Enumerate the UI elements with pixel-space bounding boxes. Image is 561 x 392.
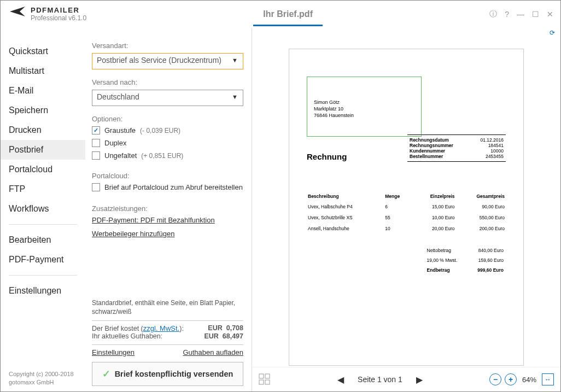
zzgl-mwst-link[interactable]: zzgl. MwSt. [143,324,179,332]
invoice-table: Beschreibung Menge Einzelpreis Gesamtpre… [307,191,506,234]
page-indicator: Seite 1 von 1 [358,375,402,384]
svg-rect-1 [265,374,270,378]
sidebar-item-workflows[interactable]: Workflows [1,199,85,219]
next-page-button[interactable]: ▶ [416,375,423,385]
address-box: Simon Götz Marktplatz 10 76846 Hauenstei… [307,77,422,137]
copyright: Copyright (c) 2000-2018 gotomaxx GmbH [1,365,85,391]
ungefaltet-label: Ungefaltet [104,151,137,160]
sidebar-item-e-mail[interactable]: E-Mail [1,81,85,101]
sidebar-item-bearbeiten[interactable]: Bearbeiten [1,230,85,250]
preview-footer: ◀ Seite 1 von 1 ▶ − + 64% ↔ [252,367,560,391]
versandart-label: Versandart: [92,42,243,50]
titlebar: PDFMAILER Professional v6.1.0 Ihr Brief.… [1,1,560,28]
send-button[interactable]: ✓ Brief kostenpflichtig versenden [92,362,243,386]
sidebar-item-quickstart[interactable]: Quickstart [1,42,85,61]
prev-page-button[interactable]: ◀ [337,375,344,385]
portalcloud-checkbox[interactable] [92,183,100,191]
app-version: Professional v6.1.0 [31,14,86,22]
versandart-select[interactable]: Postbrief als Service (Druckzentrum) [92,53,243,69]
graustufe-checkbox[interactable] [92,126,100,134]
refresh-icon[interactable]: ⟳ [550,29,555,37]
invoice-info-box: Rechnungsdatum01.12.2016Rechnungsnummer1… [407,134,506,162]
sidebar-item-pdf-payment[interactable]: PDF-Payment [1,250,85,270]
settings-panel: Versandart: Postbrief als Service (Druck… [85,28,252,391]
sidebar-item-ftp[interactable]: FTP [1,179,85,199]
topup-link[interactable]: Guthaben aufladen [183,348,243,356]
summary-text: Standardbrief, enthält eine Seite, ein B… [92,299,243,316]
window-controls: ⓘ ? — ☐ ✕ [489,9,558,19]
pdf-payment-link[interactable]: PDF-Payment: PDF mit Bezahlfunktion [92,216,215,224]
zoom-controls: − + 64% ↔ [489,373,554,385]
sidebar-item-drucken[interactable]: Drucken [1,120,85,140]
optionen-label: Optionen: [92,115,243,123]
svg-rect-2 [259,380,264,384]
fit-width-button[interactable]: ↔ [542,373,554,385]
zoom-out-button[interactable]: − [489,373,501,385]
pager: ◀ Seite 1 von 1 ▶ [276,375,484,385]
sidebar-item-postbrief[interactable]: Postbrief [1,140,85,160]
app-title-block: PDFMAILER Professional v6.1.0 [31,6,86,22]
zoom-percent: 64% [522,376,536,384]
graustufe-label: Graustufe [104,126,136,134]
pdf-page: Simon Götz Marktplatz 10 76846 Hauenstei… [289,49,524,366]
app-logo-icon [9,5,26,23]
sidebar-item-portalcloud[interactable]: Portalcloud [1,160,85,179]
divider [9,224,77,225]
werbebeileger-link[interactable]: Werbebeileger hinzufügen [92,230,175,238]
invoice-totals: Nettobetrag840,00 Euro19,00 % Mwst.159,6… [307,245,506,276]
versandnach-label: Versand nach: [92,78,243,86]
help-icon[interactable]: ? [505,10,509,19]
info-icon[interactable]: ⓘ [489,9,497,19]
svg-rect-0 [259,374,264,378]
portalcloud-opt-label: Brief auf Portalcloud zum Abruf bereitst… [104,183,243,192]
app-name: PDFMAILER [31,6,86,14]
versandnach-select[interactable]: Deutschland [92,90,243,106]
sidebar-item-einstellungen[interactable]: Einstellungen [1,281,85,301]
minimize-icon[interactable]: — [517,10,524,19]
duplex-checkbox[interactable] [92,139,100,147]
divider [9,275,77,276]
close-icon[interactable]: ✕ [547,10,553,19]
thumbnail-grid-icon[interactable] [259,373,271,385]
sidebar: QuickstartMultistartE-MailSpeichernDruck… [1,28,85,391]
portalcloud-label: Portalcloud: [92,172,243,180]
ungefaltet-checkbox[interactable] [92,151,100,160]
zusatz-label: Zusatzleistungen: [92,204,243,213]
zoom-in-button[interactable]: + [505,373,517,385]
document-title: Ihr Brief.pdf [86,2,489,26]
svg-rect-3 [265,380,270,384]
duplex-label: Duplex [104,139,126,147]
sidebar-item-multistart[interactable]: Multistart [1,61,85,81]
check-icon: ✓ [102,368,110,380]
preview-pane: ⟳ Simon Götz Marktplatz 10 76846 Hauenst… [252,28,560,391]
maximize-icon[interactable]: ☐ [532,10,539,19]
settings-link[interactable]: Einstellungen [92,348,135,356]
sidebar-item-speichern[interactable]: Speichern [1,101,85,120]
balance-label: Ihr aktuelles Guthaben: [92,332,162,340]
